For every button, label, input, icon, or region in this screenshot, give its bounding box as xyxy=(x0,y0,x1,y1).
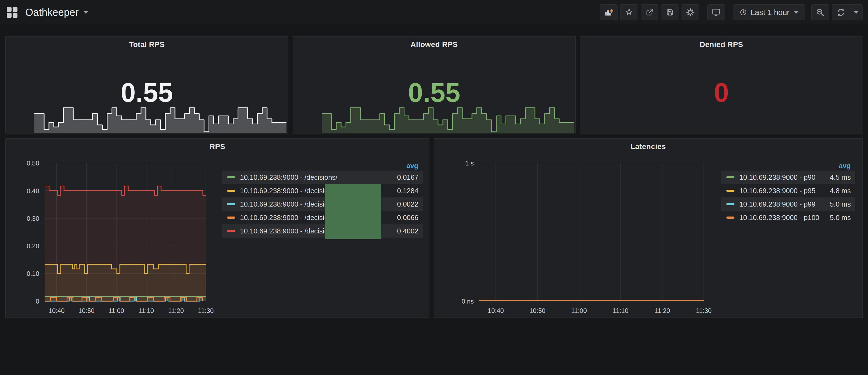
x-axis-label: 10:50 xyxy=(529,307,546,314)
y-axis-label: 0 xyxy=(36,298,39,305)
x-axis-label: 10:40 xyxy=(488,307,504,314)
save-icon xyxy=(665,8,674,17)
gear-icon xyxy=(686,8,695,17)
x-axis-label: 10:50 xyxy=(79,307,95,314)
sparkline xyxy=(322,101,574,133)
caret-down-icon xyxy=(854,11,858,14)
apps-grid-icon xyxy=(6,7,18,18)
series-color-swatch[interactable] xyxy=(726,190,735,192)
stat-value: 0 xyxy=(580,79,863,106)
series-name[interactable]: 10.10.69.238:9000 - p100 xyxy=(739,214,830,222)
y-axis-label: 1 s xyxy=(465,160,474,167)
series-color-swatch[interactable] xyxy=(726,203,735,205)
series-avg-value: 0.4002 xyxy=(397,227,423,235)
x-axis-label: 11:00 xyxy=(571,307,587,314)
series-color-swatch[interactable] xyxy=(726,217,735,219)
refresh-icon xyxy=(836,8,845,17)
legend-row[interactable]: 10.10.69.238:9000 - /decisions/0.1284 xyxy=(222,184,423,197)
add-panel-icon xyxy=(604,8,613,17)
x-axis-label: 11:30 xyxy=(696,307,712,314)
panel-title[interactable]: Denied RPS xyxy=(580,40,863,49)
grafana-dashboard: { "navbar": { "title": "Oathkeeper", "ti… xyxy=(0,0,868,375)
caret-down-icon xyxy=(84,11,88,14)
series-avg-value: 5.0 ms xyxy=(830,200,855,209)
y-axis-label: 0.10 xyxy=(27,270,39,277)
series-name[interactable]: 10.10.69.238:9000 - /decisions/ xyxy=(240,173,397,182)
x-axis-label: 11:00 xyxy=(108,307,124,314)
navbar: Oathkeeper xyxy=(0,0,868,25)
x-axis-label: 11:10 xyxy=(613,307,628,314)
series-color-swatch[interactable] xyxy=(227,217,235,219)
panel-title[interactable]: Allowed RPS xyxy=(293,40,575,49)
series-name[interactable]: 10.10.69.238:9000 - p95 xyxy=(739,187,830,195)
series-avg-value: 5.0 ms xyxy=(830,214,855,222)
panel-title[interactable]: Total RPS xyxy=(6,40,288,49)
refresh-button[interactable] xyxy=(832,5,850,20)
series-color-swatch[interactable] xyxy=(227,190,235,192)
x-axis-label: 11:20 xyxy=(168,307,184,314)
panel-rps-graph: RPS 00.100.200.300.400.5010:4010:5011:00… xyxy=(5,138,429,318)
clock-icon xyxy=(739,8,747,17)
x-axis-label: 11:10 xyxy=(138,307,154,314)
x-axis-label: 10:40 xyxy=(49,307,64,314)
zoom-out-button[interactable] xyxy=(811,4,829,21)
legend-row[interactable]: 10.10.69.238:9000 - p954.8 ms xyxy=(721,184,855,197)
y-axis-label: 0.20 xyxy=(27,242,39,250)
panel-denied-rps: Denied RPS 0 xyxy=(580,36,863,133)
legend-avg-header[interactable]: avg xyxy=(222,161,423,170)
panel-allowed-rps: Allowed RPS 0.55 xyxy=(293,36,576,133)
navbar-actions: Last 1 hour xyxy=(597,4,863,21)
add-panel-button[interactable] xyxy=(600,4,618,21)
legend-overlay-artifact xyxy=(324,184,381,239)
panel-total-rps: Total RPS 0.55 xyxy=(5,36,288,133)
legend-row[interactable]: 10.10.69.238:9000 - /decisions/0.0066 xyxy=(222,211,423,224)
legend-row[interactable]: 10.10.69.238:9000 - /decisions/0.0167 xyxy=(222,170,423,184)
tv-mode-button[interactable] xyxy=(707,4,725,21)
series-avg-value: 0.0167 xyxy=(397,173,423,182)
caret-down-icon xyxy=(794,11,799,14)
y-axis-label: 0 ns xyxy=(462,298,474,305)
series-name[interactable]: 10.10.69.238:9000 - p99 xyxy=(739,200,830,209)
series-avg-value: 0.0022 xyxy=(397,200,423,209)
settings-button[interactable] xyxy=(682,4,699,21)
legend-row[interactable]: 10.10.69.238:9000 - p904.5 ms xyxy=(721,170,855,184)
latencies-legend: avg10.10.69.238:9000 - p904.5 ms10.10.69… xyxy=(721,161,855,224)
series-color-swatch[interactable] xyxy=(726,176,735,178)
star-icon xyxy=(625,8,633,17)
rps-legend: avg10.10.69.238:9000 - /decisions/0.0167… xyxy=(222,161,423,238)
save-button[interactable] xyxy=(661,4,679,21)
panel-latencies-graph: Latencies 0 ns1 s10:4010:5011:0011:1011:… xyxy=(434,138,863,318)
star-button[interactable] xyxy=(620,4,638,21)
series-name[interactable]: 10.10.69.238:9000 - p90 xyxy=(739,173,830,182)
series-avg-value: 4.8 ms xyxy=(830,187,855,195)
series-color-swatch[interactable] xyxy=(227,203,235,205)
legend-row[interactable]: 10.10.69.238:9000 - p1005.0 ms xyxy=(721,211,855,224)
legend-row[interactable]: 10.10.69.238:9000 - /decisions/0.0022 xyxy=(222,197,423,211)
legend-row[interactable]: 10.10.69.238:9000 - /decisions/0.4002 xyxy=(222,224,423,238)
series-avg-value: 0.1284 xyxy=(397,187,423,195)
legend-avg-header[interactable]: avg xyxy=(721,161,855,170)
refresh-interval-dropdown[interactable] xyxy=(850,5,862,20)
share-icon xyxy=(645,8,654,17)
y-axis-label: 0.30 xyxy=(27,215,39,222)
time-range-label: Last 1 hour xyxy=(750,8,789,17)
series-fill xyxy=(44,186,206,301)
refresh-button-group xyxy=(832,4,863,21)
zoom-out-icon xyxy=(815,8,825,17)
series-avg-value: 0.0066 xyxy=(397,214,423,222)
series-avg-value: 4.5 ms xyxy=(830,173,855,182)
legend-row[interactable]: 10.10.69.238:9000 - p995.0 ms xyxy=(721,197,855,211)
series-color-swatch[interactable] xyxy=(227,230,235,232)
y-axis-label: 0.40 xyxy=(27,187,39,194)
series-color-swatch[interactable] xyxy=(227,176,235,178)
x-axis-label: 11:30 xyxy=(198,307,214,314)
share-button[interactable] xyxy=(641,4,658,21)
tv-icon xyxy=(712,8,721,17)
y-axis-label: 0.50 xyxy=(27,160,39,167)
time-range-picker[interactable]: Last 1 hour xyxy=(733,4,805,21)
sparkline xyxy=(34,101,286,133)
x-axis-label: 11:20 xyxy=(654,307,670,314)
dashboard-title[interactable]: Oathkeeper xyxy=(25,7,79,18)
dashboard-title-group[interactable]: Oathkeeper xyxy=(6,7,88,18)
